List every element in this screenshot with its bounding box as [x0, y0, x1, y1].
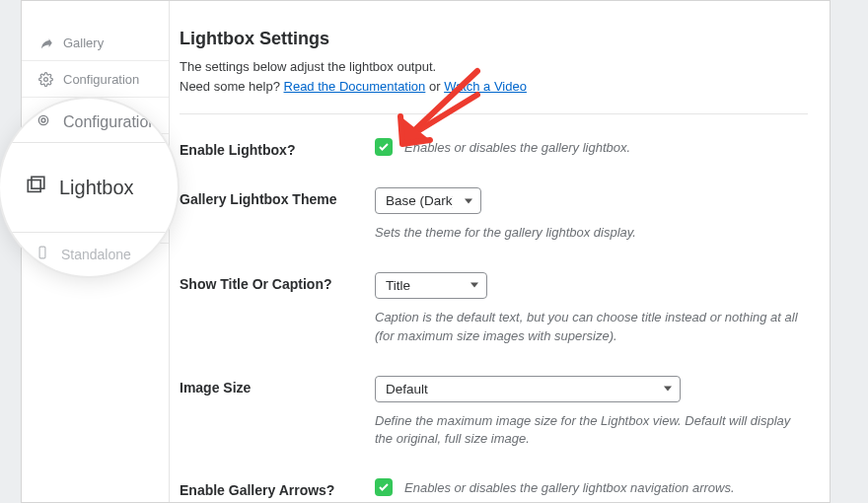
image-size-label: Image Size: [180, 376, 375, 395]
svg-rect-8: [32, 177, 44, 188]
theme-select[interactable]: Base (Dark): [375, 187, 481, 214]
gear-icon: [37, 71, 53, 87]
arrows-label: Enable Gallery Arrows?: [180, 478, 375, 498]
intro-text: The settings below adjust the lightbox o…: [180, 59, 436, 74]
title-caption-label: Show Title Or Caption?: [180, 272, 375, 292]
magnifier-callout: Configuration Lightbox Standalone: [0, 99, 178, 276]
title-caption-help: Caption is the default text, but you can…: [375, 309, 808, 346]
svg-rect-7: [28, 180, 40, 191]
lightbox-icon: [26, 175, 47, 201]
image-size-help: Define the maximum image size for the Li…: [375, 412, 808, 450]
bubble-bottom: Standalone: [61, 247, 131, 262]
bubble-main: Lightbox: [59, 177, 134, 199]
main-content: Lightbox Settings The settings below adj…: [170, 1, 830, 502]
divider: [180, 113, 808, 114]
mobile-icon: [36, 246, 49, 262]
intro-or: or: [425, 79, 444, 94]
doc-link[interactable]: Read the Documentation: [284, 79, 426, 94]
page-title: Lightbox Settings: [180, 29, 808, 49]
title-caption-select[interactable]: Title: [375, 272, 487, 299]
sidebar-item-configuration[interactable]: Configuration: [22, 61, 169, 98]
image-size-select[interactable]: Default: [375, 376, 681, 402]
svg-rect-9: [39, 247, 45, 258]
leaf-icon: [37, 35, 53, 50]
sidebar-item-label: Gallery: [63, 36, 104, 50]
enable-lightbox-label: Enable Lightbox?: [180, 138, 375, 158]
enable-lightbox-desc: Enables or disables the gallery lightbox…: [404, 140, 630, 155]
svg-point-0: [43, 77, 47, 81]
arrows-checkbox[interactable]: [375, 478, 393, 496]
intro-help: Need some help?: [180, 79, 284, 94]
arrows-desc: Enables or disables the gallery lightbox…: [404, 480, 735, 495]
enable-lightbox-checkbox[interactable]: [375, 138, 393, 156]
sidebar-item-gallery[interactable]: Gallery: [22, 25, 169, 61]
theme-label: Gallery Lightbox Theme: [180, 187, 375, 207]
theme-help: Sets the theme for the gallery lightbox …: [375, 224, 808, 243]
video-link[interactable]: Watch a Video: [444, 79, 527, 94]
sidebar-item-label: Configuration: [63, 72, 139, 87]
